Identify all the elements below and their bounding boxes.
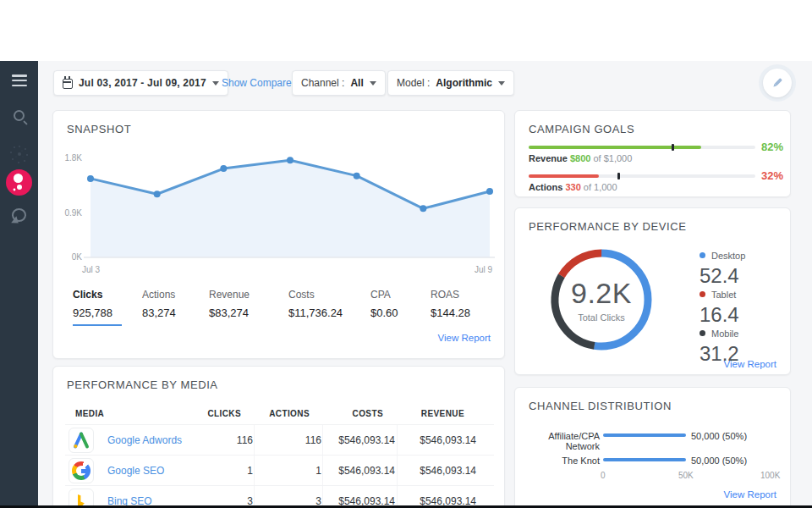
axis-tick-50k: 50K	[678, 471, 694, 480]
media-title: PERFORMANCE BY MEDIA	[67, 378, 218, 391]
cell-clicks: 1	[202, 465, 253, 477]
y-tick: 1.8K	[60, 153, 82, 163]
revenue-goal-pct: 82%	[749, 141, 783, 153]
chevron-down-icon	[498, 81, 505, 86]
edit-button[interactable]	[763, 69, 792, 97]
campaign-goals-card: CAMPAIGN GOALS 82% Revenue $800 of $1,00…	[514, 110, 791, 197]
table-row-google-adwords[interactable]: Google Adwords 116 116 $546,093.14 $546,…	[65, 424, 494, 455]
affiliate-bar[interactable]	[603, 433, 686, 437]
mobile-dot-icon	[700, 330, 705, 336]
left-sidebar	[0, 61, 38, 508]
cell-clicks: 116	[202, 434, 253, 446]
metric-roas[interactable]: ROAS $144.28	[431, 289, 470, 319]
actions-goal-pct: 32%	[749, 169, 783, 182]
campaign-goals-title: CAMPAIGN GOALS	[529, 123, 634, 135]
actions-goal-bar	[529, 174, 755, 178]
channel-label: Channel :	[301, 77, 344, 89]
col-header-revenue: REVENUE	[397, 409, 464, 418]
actions-goal-label: Actions 330 of 1,000	[529, 182, 617, 192]
device-donut-chart[interactable]	[542, 240, 661, 359]
metric-revenue[interactable]: Revenue $83,274	[209, 289, 250, 319]
col-header-actions: ACTIONS	[259, 409, 310, 418]
show-compare-link[interactable]: Show Compare	[222, 77, 292, 89]
metric-cpa[interactable]: CPA $0.60	[370, 289, 398, 319]
metric-clicks[interactable]: Clicks 925,788	[73, 289, 112, 319]
channel-distribution-card: CHANNEL DISTRIBUTION Affiliate/CPA Netwo…	[514, 387, 791, 508]
chevron-down-icon	[370, 81, 376, 86]
col-header-media: MEDIA	[75, 409, 104, 418]
dashboard-page: Jul 03, 2017 - Jul 09, 2017 Show Compare…	[0, 0, 812, 508]
snapshot-title: SNAPSHOT	[67, 123, 131, 135]
revenue-goal-bar	[529, 146, 755, 149]
desktop-dot-icon	[700, 252, 705, 258]
x-tick-first: Jul 3	[82, 265, 100, 274]
chat-icon[interactable]	[0, 208, 38, 222]
date-range-picker[interactable]: Jul 03, 2017 - Jul 09, 2017	[53, 70, 228, 96]
legend-tablet: Tablet 16.4	[700, 286, 739, 327]
cell-revenue: $546,093.14	[409, 434, 476, 446]
brand-logo-icon[interactable]	[0, 169, 38, 196]
channel-value: All	[350, 77, 363, 89]
device-title: PERFORMANCE BY DEVICE	[529, 220, 686, 233]
model-dropdown[interactable]: Model : Algorithmic	[387, 70, 514, 96]
table-row-bing-seo[interactable]: Bing SEO 3 3 $546,093.14 $546,093.14	[65, 485, 494, 508]
active-metric-underline	[73, 324, 122, 326]
goal-marker	[672, 144, 674, 151]
calendar-icon	[63, 79, 73, 89]
legend-desktop: Desktop 52.4	[700, 247, 745, 288]
view-report-link[interactable]: View Report	[438, 333, 491, 343]
model-label: Model :	[397, 77, 430, 89]
snapshot-line-chart[interactable]	[84, 145, 497, 263]
col-header-costs: COSTS	[315, 409, 383, 418]
google-seo-icon	[69, 458, 94, 483]
axis-tick-0: 0	[601, 471, 606, 480]
metric-costs[interactable]: Costs $11,736.24	[288, 289, 343, 319]
view-report-link[interactable]: View Report	[724, 359, 776, 369]
tablet-dot-icon	[700, 291, 705, 297]
cell-actions: 1	[271, 465, 321, 477]
x-tick-last: Jul 9	[475, 265, 492, 274]
channel-distribution-title: CHANNEL DISTRIBUTION	[529, 400, 672, 412]
view-report-link[interactable]: View Report	[724, 489, 776, 500]
bar-value: 50,000 (50%)	[691, 431, 747, 441]
menu-icon[interactable]	[0, 75, 38, 86]
search-icon[interactable]	[0, 110, 38, 121]
cell-revenue: $546,093.14	[409, 465, 476, 477]
bar-value: 50,000 (50%)	[691, 456, 747, 466]
bar-label: Affiliate/CPA Network	[522, 431, 600, 451]
y-tick: 0K	[60, 252, 82, 262]
revenue-goal-label: Revenue $800 of $1,000	[529, 153, 632, 163]
chevron-down-icon	[212, 81, 219, 86]
cell-costs: $546,093.14	[327, 465, 395, 477]
goal-marker	[617, 173, 620, 179]
cell-costs: $546,093.14	[327, 434, 395, 446]
metric-actions[interactable]: Actions 83,274	[142, 289, 176, 319]
axis-tick-100k: 100K	[760, 471, 780, 480]
performance-by-media-card: PERFORMANCE BY MEDIA MEDIA CLICKS ACTION…	[52, 366, 505, 508]
date-range-value: Jul 03, 2017 - Jul 09, 2017	[79, 77, 206, 89]
snapshot-card: SNAPSHOT 1.8K 0.9K 0K Jul 3 Jul 9 Clicks…	[52, 110, 505, 359]
performance-by-device-card: PERFORMANCE BY DEVICE 9.2K Total Clicks …	[514, 207, 791, 375]
network-cluster-icon[interactable]	[0, 144, 38, 164]
cell-actions: 116	[271, 434, 321, 446]
y-tick: 0.9K	[60, 208, 82, 218]
bar-label: The Knot	[522, 456, 600, 466]
pencil-icon	[771, 76, 784, 90]
the-knot-bar[interactable]	[603, 458, 686, 461]
table-row-google-seo[interactable]: Google SEO 1 1 $546,093.14 $546,093.14	[65, 455, 494, 485]
channel-dropdown[interactable]: Channel : All	[292, 70, 386, 96]
col-header-clicks: CLICKS	[190, 409, 241, 418]
model-value: Algorithmic	[436, 77, 492, 89]
google-adwords-icon	[69, 428, 94, 453]
